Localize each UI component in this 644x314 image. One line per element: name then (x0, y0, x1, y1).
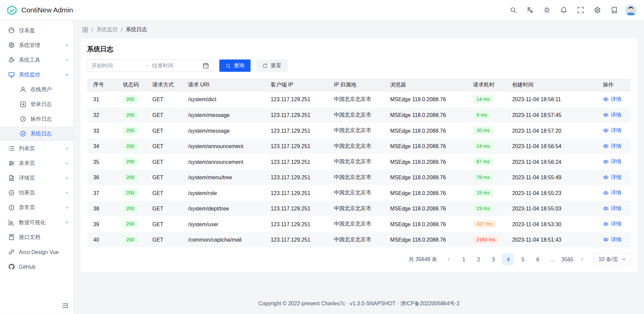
sidebar-collapse-button[interactable] (62, 302, 69, 309)
dashboard-icon (8, 27, 15, 34)
sidebar-item-audit[interactable]: 系统日志 (0, 126, 73, 141)
page-button[interactable]: 1 (458, 253, 470, 266)
translate-button[interactable] (523, 3, 536, 16)
detail-link[interactable]: 详情 (603, 220, 622, 228)
sidebar-item-detail[interactable]: 详情页 (0, 171, 73, 185)
pagination-ellipsis[interactable]: … (546, 253, 559, 266)
search-icon (225, 63, 231, 68)
detail-link[interactable]: 详情 (603, 96, 622, 103)
sidebar-item-login-log[interactable]: 登录日志 (0, 97, 73, 112)
detail-link-label: 详情 (611, 158, 622, 165)
cell-index: 37 (87, 185, 117, 201)
search-button[interactable] (506, 3, 520, 16)
gear-button[interactable] (591, 3, 604, 16)
cell-method: GET (146, 185, 182, 201)
next-page-button[interactable] (576, 253, 588, 266)
cell-ip-region: 中国北京北京市 (328, 123, 384, 138)
page-button[interactable]: 3565 (561, 253, 574, 266)
elapsed-time-badge: 327 ms (473, 220, 496, 228)
sidebar-item-dashboard[interactable]: 仪表盘 (0, 23, 73, 38)
sidebar-item-result[interactable]: 结果页 (0, 185, 73, 200)
detail-link[interactable]: 详情 (603, 189, 622, 196)
cell-uri: /system/dict (182, 91, 264, 107)
cell-index: 33 (87, 123, 117, 138)
cell-client-ip: 123.117.129.251 (265, 138, 328, 154)
table-row: 33200GET/system/message123.117.129.251中国… (87, 123, 631, 138)
page-button[interactable]: 4 (502, 253, 515, 266)
elapsed-time-badge: 24 ms (473, 142, 493, 150)
sidebar-item-list[interactable]: 列表页 (0, 141, 73, 156)
detail-link[interactable]: 详情 (603, 158, 622, 165)
status-code-badge: 200 (123, 236, 138, 244)
tool-icon (8, 57, 15, 63)
detail-link[interactable]: 详情 (603, 111, 622, 118)
column-header: 请求耗时 (467, 78, 506, 91)
app: ContiNew Admin 仪表盘系统管理系统工具系统监控在线用户登录日志操作… (0, 0, 644, 314)
column-header: 客户端 IP (265, 78, 328, 91)
start-date-placeholder: 开始时间 (92, 62, 142, 69)
column-header: 状态码 (117, 78, 146, 91)
breadcrumb-item[interactable]: 系统日志 (126, 26, 147, 33)
cell-method: GET (146, 91, 182, 107)
sidebar-item-chart[interactable]: 数据可视化 (0, 215, 73, 230)
app-logo[interactable]: ContiNew Admin (7, 5, 73, 15)
fullscreen-button[interactable] (574, 3, 587, 16)
sidebar-item-monitor[interactable]: 系统监控 (0, 67, 73, 82)
sidebar-item-user[interactable]: 在线用户 (0, 82, 73, 97)
reset-button[interactable]: 重置 (256, 60, 287, 72)
cell-ip-region: 中国北京北京市 (328, 170, 384, 185)
table-row: 35200GET/system/announcement123.117.129.… (87, 154, 631, 170)
sidebar-item-exception[interactable]: 异常页 (0, 200, 73, 215)
sidebar-item-tool[interactable]: 系统工具 (0, 53, 73, 67)
detail-link[interactable]: 详情 (603, 173, 622, 181)
status-code-badge: 200 (123, 189, 138, 197)
top-header: ContiNew Admin (0, 0, 644, 20)
detail-link[interactable]: 详情 (603, 204, 622, 212)
cell-created-time: 2023-11-04 18:56:54 (506, 138, 597, 154)
breadcrumb-item[interactable]: 系统监控 (96, 26, 118, 33)
fullscreen-icon (577, 7, 584, 14)
sidebar-item-label: 结果页 (19, 189, 35, 196)
page-button[interactable]: 2 (473, 253, 485, 266)
cell-browser: MSEdge 118.0.2088.76 (384, 216, 467, 232)
date-range-picker[interactable]: 开始时间 - 结束时间 (87, 60, 214, 72)
eye-icon (603, 143, 609, 149)
content-area: /系统监控/系统日志 系统日志 开始时间 - 结束时间 查询 重置 (74, 20, 644, 314)
page-button[interactable]: 3 (487, 253, 500, 266)
chart-icon (8, 219, 15, 226)
chevron-left-icon (446, 257, 451, 262)
page-size-select[interactable]: 10 条/页 (594, 253, 631, 266)
link-icon (8, 249, 15, 255)
sidebar-item-link[interactable]: Arco Design Vue (0, 245, 73, 259)
table-row: 38200GET/system/dept/tree123.117.129.251… (87, 201, 631, 216)
prev-page-button[interactable] (443, 253, 455, 266)
cell-browser: MSEdge 118.0.2088.76 (384, 170, 467, 185)
user-avatar-button[interactable] (624, 3, 637, 16)
page-button[interactable]: 5 (517, 253, 529, 266)
sidebar-item-history[interactable]: 操作日志 (0, 112, 73, 126)
eye-icon (603, 112, 609, 118)
sidebar-item-doc[interactable]: 接口文档 (0, 230, 73, 245)
system-log-card: 系统日志 开始时间 - 结束时间 查询 重置 (80, 39, 637, 272)
detail-link[interactable]: 详情 (603, 127, 622, 134)
search-button[interactable]: 查询 (219, 60, 251, 72)
detail-link[interactable]: 详情 (603, 142, 622, 149)
page-button[interactable]: 6 (532, 253, 544, 266)
sidebar-item-github[interactable]: GitHub (0, 259, 73, 274)
cell-client-ip: 123.117.129.251 (265, 216, 328, 232)
log-table: 序号状态码请求方式请求 URI客户端 IPIP 归属地浏览器请求耗时创建时间操作… (87, 78, 631, 247)
detail-link-label: 详情 (611, 96, 622, 103)
sidebar-item-gear[interactable]: 系统管理 (0, 38, 73, 53)
column-header: 操作 (597, 78, 631, 91)
cell-index: 32 (87, 107, 117, 123)
table-row: 31200GET/system/dict123.117.129.251中国北京北… (87, 91, 631, 107)
sidebar-item-form[interactable]: 表单页 (0, 156, 73, 171)
cell-ip-region: 中国北京北京市 (328, 154, 384, 170)
chevron-right-icon (580, 257, 585, 262)
book-button[interactable] (607, 3, 621, 16)
sun-button[interactable] (540, 3, 553, 16)
detail-link[interactable]: 详情 (603, 236, 622, 243)
bell-button[interactable] (557, 3, 570, 16)
cell-method: GET (146, 123, 182, 138)
breadcrumb: /系统监控/系统日志 (74, 20, 644, 39)
